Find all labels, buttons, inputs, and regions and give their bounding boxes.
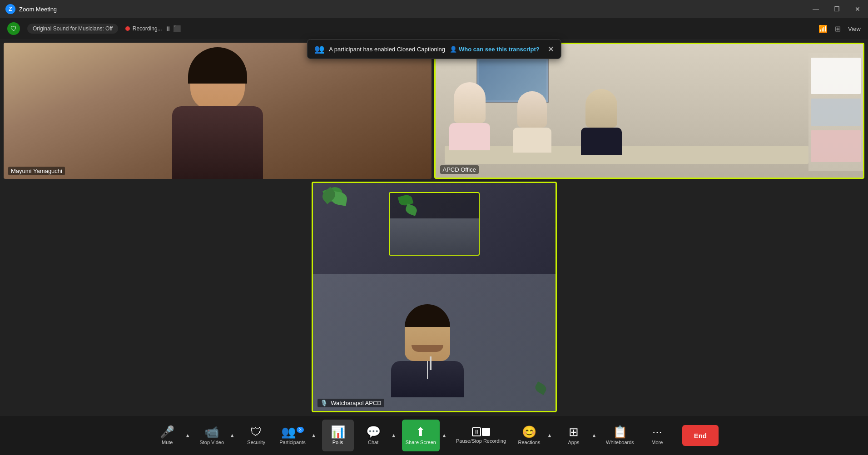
window-controls: — ❐ ✕ bbox=[805, 0, 868, 18]
top-video-row: Mayumi Yamaguchi bbox=[4, 43, 864, 179]
stop-video-button[interactable]: 📹 Stop Video bbox=[196, 420, 228, 451]
shelf-items-3 bbox=[811, 130, 861, 162]
person-right bbox=[585, 89, 622, 155]
stop-sq-icon bbox=[482, 428, 490, 436]
participants-group: 👥3 Participants ▲ bbox=[274, 420, 320, 451]
maximize-button[interactable]: ❐ bbox=[826, 0, 847, 18]
apcd-video-bg bbox=[436, 44, 863, 178]
mute-chevron[interactable]: ▲ bbox=[183, 420, 192, 451]
person-middle bbox=[517, 91, 551, 153]
mute-group: 🎤 Mute ▲ bbox=[149, 420, 194, 451]
recording-badge: Recording... ⏸ ⬛ bbox=[125, 25, 181, 32]
toolbar: 🎤 Mute ▲ 📹 Stop Video ▲ 🛡 Security 👥3 Pa… bbox=[0, 416, 868, 455]
pause-sq-icon: ⏸ bbox=[472, 427, 481, 436]
notification-banner: 👥 A participant has enabled Closed Capti… bbox=[307, 39, 561, 59]
top-bar-right: 📶 ⊞ View bbox=[818, 25, 861, 33]
head-middle bbox=[517, 91, 547, 128]
mute-button[interactable]: 🎤 Mute bbox=[151, 420, 183, 451]
mayumi-body bbox=[172, 106, 263, 179]
pause-rec-btn[interactable]: ⏸ bbox=[165, 25, 171, 32]
video-chevron[interactable]: ▲ bbox=[228, 420, 237, 451]
security-button[interactable]: 🛡 Security bbox=[240, 420, 272, 451]
transcript-link-icon: 👤 bbox=[450, 46, 457, 53]
headphone-wire bbox=[427, 361, 428, 379]
view-label[interactable]: View bbox=[848, 25, 861, 32]
more-icon: ··· bbox=[652, 426, 662, 438]
reactions-group: 😊 Reactions ▲ bbox=[511, 420, 556, 451]
stop-video-label: Stop Video bbox=[199, 440, 224, 445]
share-screen-group: ⬆ Share Screen ▲ bbox=[400, 420, 451, 451]
mayumi-hair bbox=[188, 47, 247, 84]
sound-badge[interactable]: Original Sound for Musicians: Off bbox=[27, 24, 118, 34]
security-label: Security bbox=[247, 440, 265, 445]
share-screen-button[interactable]: ⬆ Share Screen bbox=[402, 420, 440, 451]
participants-chevron[interactable]: ▲ bbox=[309, 420, 318, 451]
watcha-mouth bbox=[412, 345, 443, 352]
watcha-hair bbox=[405, 304, 450, 327]
body-right bbox=[581, 128, 622, 155]
table bbox=[445, 146, 809, 164]
whiteboards-button[interactable]: 📋 Whiteboards bbox=[602, 420, 638, 451]
leaf-bottom-right bbox=[535, 384, 546, 393]
whiteboards-group: 📋 Whiteboards bbox=[600, 420, 640, 451]
chat-group: 💬 Chat ▲ bbox=[356, 420, 400, 451]
stop-rec-btn[interactable]: ⬛ bbox=[173, 25, 181, 32]
share-screen-icon: ⬆ bbox=[416, 426, 426, 438]
reactions-icon: 😊 bbox=[522, 426, 536, 438]
watcha-person bbox=[405, 307, 464, 397]
watcha-name: Watcharapol APCD bbox=[331, 400, 382, 406]
security-group: 🛡 Security bbox=[238, 420, 274, 451]
mayumi-avatar bbox=[154, 47, 281, 174]
pause-recording-button[interactable]: ⏸ Pause/Stop Recording bbox=[452, 420, 510, 451]
video-cell-apcd: APCD Office bbox=[434, 43, 865, 179]
pause-stop-icon: ⏸ bbox=[472, 427, 490, 436]
watcha-head bbox=[405, 307, 450, 361]
shield-icon: 🛡 bbox=[7, 22, 20, 35]
notification-close[interactable]: ✕ bbox=[548, 45, 554, 54]
title-bar: Z Zoom Meeting — ❐ ✕ bbox=[0, 0, 868, 18]
reactions-label: Reactions bbox=[518, 440, 541, 445]
watcha-body bbox=[391, 361, 464, 397]
rec-dot bbox=[125, 26, 130, 31]
wifi-icon: 📶 bbox=[818, 25, 828, 33]
mute-icon: 🎤 bbox=[160, 426, 174, 438]
grid-icon[interactable]: ⊞ bbox=[835, 25, 841, 33]
head-right bbox=[585, 89, 617, 128]
body-left bbox=[449, 123, 490, 150]
reactions-button[interactable]: 😊 Reactions bbox=[513, 420, 545, 451]
camera-icon: 📹 bbox=[204, 426, 219, 438]
participants-count: 3 bbox=[297, 427, 304, 433]
head-left bbox=[454, 82, 486, 123]
top-bar: 🛡 Original Sound for Musicians: Off Reco… bbox=[0, 18, 868, 39]
polls-button[interactable]: 📊 Polls bbox=[322, 420, 354, 451]
close-button[interactable]: ✕ bbox=[847, 0, 868, 18]
share-screen-label: Share Screen bbox=[406, 440, 436, 445]
stop-video-group: 📹 Stop Video ▲ bbox=[194, 420, 238, 451]
pause-recording-label: Pause/Stop Recording bbox=[456, 438, 506, 444]
reactions-chevron[interactable]: ▲ bbox=[545, 420, 554, 451]
video-cell-mayumi: Mayumi Yamaguchi bbox=[4, 43, 432, 179]
participants-button[interactable]: 👥3 Participants bbox=[276, 420, 309, 451]
apps-group: ⊞ Apps ▲ bbox=[556, 420, 600, 451]
mute-label: Mute bbox=[162, 440, 173, 445]
inner-leaves bbox=[399, 195, 417, 214]
apcd-label: APCD Office bbox=[440, 165, 479, 174]
apps-chevron[interactable]: ▲ bbox=[590, 420, 599, 451]
bottom-video-row: 🎙️ Watcharapol APCD bbox=[4, 182, 864, 412]
apps-button[interactable]: ⊞ Apps bbox=[558, 420, 590, 451]
sound-label: Original Sound for Musicians: Off bbox=[33, 25, 113, 32]
end-button[interactable]: End bbox=[682, 425, 719, 446]
chat-chevron[interactable]: ▲ bbox=[389, 420, 398, 451]
chat-label: Chat bbox=[368, 440, 378, 445]
share-chevron[interactable]: ▲ bbox=[440, 420, 449, 451]
transcript-link-text[interactable]: Who can see this transcript? bbox=[459, 46, 540, 53]
minimize-button[interactable]: — bbox=[805, 0, 826, 18]
chat-button[interactable]: 💬 Chat bbox=[357, 420, 389, 451]
person-left bbox=[454, 82, 490, 150]
chat-icon: 💬 bbox=[366, 426, 381, 438]
watcha-label: 🎙️ Watcharapol APCD bbox=[317, 399, 384, 407]
muted-icon-label: 🎙️ bbox=[320, 400, 327, 406]
transcript-link[interactable]: 👤 Who can see this transcript? bbox=[450, 46, 540, 53]
more-button[interactable]: ··· More bbox=[641, 420, 673, 451]
apps-icon: ⊞ bbox=[569, 426, 579, 438]
